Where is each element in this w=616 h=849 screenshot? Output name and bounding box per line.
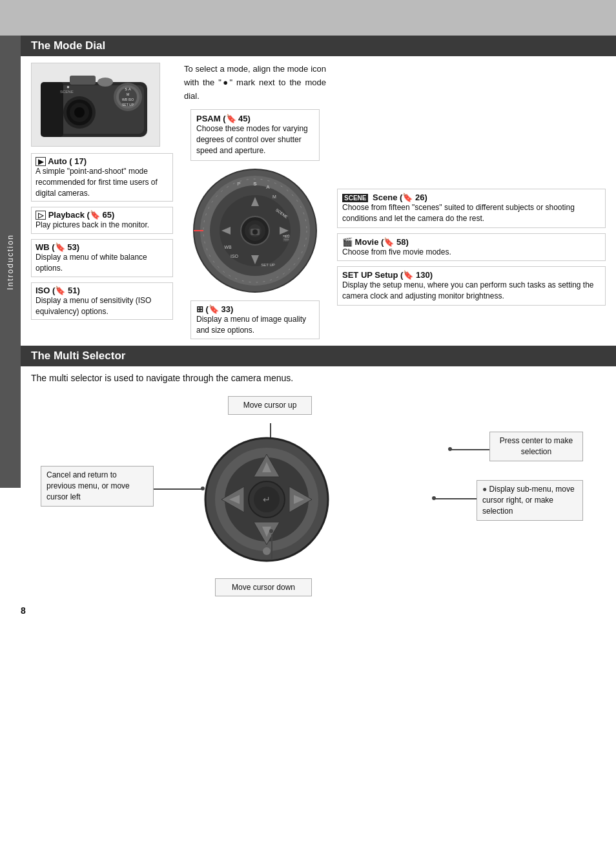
svg-text:WB ISO: WB ISO [122, 98, 134, 101]
center-line [451, 449, 489, 450]
multi-intro-text: The multi selector is used to navigate t… [31, 373, 606, 383]
playback-mode-title: ▷ Playback (🔖 65) [36, 210, 169, 220]
svg-text:SCENE: SCENE [60, 90, 74, 94]
svg-text:WB: WB [224, 245, 232, 249]
svg-text:M: M [127, 92, 129, 96]
mode-dial-circle: S A M P SCENE 🎬 WB ISO [190, 166, 320, 295]
left-column: S A M WB ISO SET UP ● SCENE [31, 63, 173, 339]
right-dot [432, 496, 436, 500]
psam-box: PSAM (🔖 45) Choose these modes for varyi… [190, 109, 320, 160]
center-column: To select a mode, align the mode icon wi… [181, 63, 329, 339]
down-line [271, 534, 272, 559]
image-quality-box: ⊞ (🔖 33) Display a menu of image quality… [190, 300, 320, 340]
psam-title: PSAM (🔖 45) [196, 114, 314, 123]
svg-text:M: M [272, 194, 276, 199]
callout-right-dot: ● [482, 485, 489, 494]
movie-mode-title: 🎬 Movie (🔖 58) [342, 237, 601, 247]
svg-point-35 [252, 229, 258, 235]
right-column: SCENE Scene (🔖 26) Choose from fifteen "… [337, 63, 606, 339]
intro-text: To select a mode, align the mode icon wi… [184, 63, 326, 103]
scene-mode-title: SCENE Scene (🔖 26) [342, 193, 601, 202]
svg-point-10 [98, 78, 113, 87]
auto-mode-item: ▶ Auto ( 17) A simple "point-and-shoot" … [31, 153, 173, 202]
multi-selector-section: The multi selector is used to navigate t… [21, 366, 616, 609]
page-number: 8 [21, 605, 616, 622]
wb-mode-item: WB (🔖 53) Display a menu of white balanc… [31, 239, 173, 277]
svg-text:🎬: 🎬 [282, 234, 291, 242]
setup-mode-desc: Display the setup menu, where you can pe… [342, 280, 601, 302]
playback-mode-desc: Play pictures back in the monitor. [36, 220, 169, 231]
callout-up: Move cursor up [228, 396, 312, 415]
sidebar: Introduction [0, 36, 21, 488]
selector-dial-image: ↵ [202, 435, 331, 564]
right-line [435, 498, 477, 499]
svg-text:S: S [253, 181, 257, 187]
left-line [154, 488, 202, 490]
image-quality-title: ⊞ (🔖 33) [196, 304, 314, 314]
svg-text:↵: ↵ [263, 494, 271, 505]
callout-left: Cancel and return to previous menu, or m… [41, 466, 154, 506]
top-bar [0, 0, 616, 36]
svg-text:ISO: ISO [231, 254, 239, 258]
svg-text:S A: S A [125, 87, 130, 91]
svg-point-52 [263, 547, 271, 555]
iso-mode-desc: Display a menu of sensitivity (ISO equiv… [36, 295, 169, 317]
mode-dial-content: S A M WB ISO SET UP ● SCENE [31, 63, 606, 339]
movie-mode-item: 🎬 Movie (🔖 58) Choose from five movie mo… [337, 233, 606, 262]
sidebar-label: Introduction [6, 234, 15, 290]
auto-mode-title: ▶ Auto ( 17) [36, 156, 169, 166]
scene-mode-item: SCENE Scene (🔖 26) Choose from fifteen "… [337, 189, 606, 228]
setup-mode-title: SET UP Setup (🔖 130) [342, 270, 601, 280]
auto-mode-desc: A simple "point-and-shoot" mode recommen… [36, 166, 169, 198]
center-dot [448, 447, 452, 451]
multi-selector-diagram: Move cursor up [41, 396, 596, 603]
callout-center: Press center to make selection [489, 432, 583, 461]
mode-dial-section: S A M WB ISO SET UP ● SCENE [21, 56, 616, 346]
multi-selector-header: The Multi Selector [21, 346, 616, 366]
mode-dial-header: The Mode Dial [21, 36, 616, 56]
iso-mode-title: ISO (🔖 51) [36, 286, 169, 295]
image-quality-desc: Display a menu of image quality and size… [196, 314, 314, 336]
scene-badge: SCENE [342, 194, 368, 202]
camera-image: S A M WB ISO SET UP ● SCENE [31, 63, 160, 147]
svg-text:SET UP: SET UP [122, 103, 134, 107]
callout-down: Move cursor down [215, 578, 312, 597]
svg-text:A: A [266, 184, 270, 190]
callout-right: ● Display sub-menu, move cursor right, o… [477, 480, 583, 520]
movie-mode-desc: Choose from five movie modes. [342, 247, 601, 258]
svg-text:●: ● [67, 84, 70, 90]
svg-text:SET UP: SET UP [261, 263, 275, 267]
wb-mode-title: WB (🔖 53) [36, 242, 169, 252]
playback-mode-item: ▷ Playback (🔖 65) Play pictures back in … [31, 207, 173, 234]
svg-point-15 [74, 107, 85, 118]
svg-rect-11 [70, 76, 96, 85]
svg-text:P: P [237, 181, 240, 187]
psam-desc: Choose these modes for varying degrees o… [196, 123, 314, 156]
scene-mode-desc: Choose from fifteen "scenes" suited to d… [342, 202, 601, 224]
iso-mode-item: ISO (🔖 51) Display a menu of sensitivity… [31, 282, 173, 320]
wb-mode-desc: Display a menu of white balance options. [36, 252, 169, 274]
setup-mode-item: SET UP Setup (🔖 130) Display the setup m… [337, 266, 606, 306]
